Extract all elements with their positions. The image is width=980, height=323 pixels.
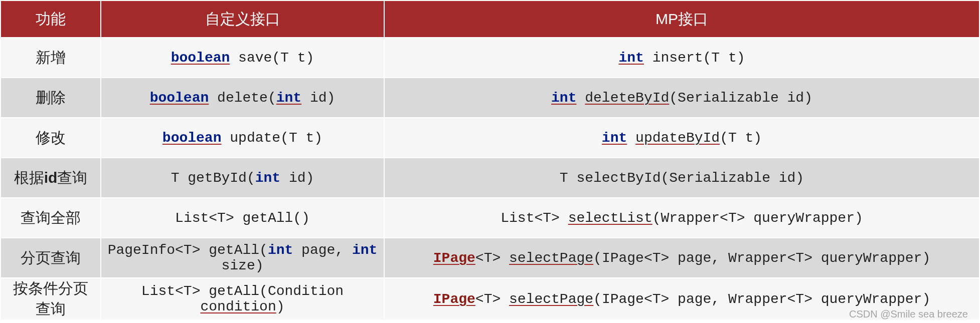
cell-mp-api: T selectById(Serializable id) bbox=[384, 158, 979, 198]
cell-custom-api: List<T> getAll(Condition condition) bbox=[101, 278, 384, 320]
cell-feature: 按条件分页查询 bbox=[1, 278, 101, 320]
cell-custom-api: boolean update(T t) bbox=[101, 118, 384, 158]
table-row: 修改boolean update(T t)int updateById(T t) bbox=[1, 118, 979, 158]
cell-feature: 查询全部 bbox=[1, 198, 101, 238]
cell-mp-api: IPage<T> selectPage(IPage<T> page, Wrapp… bbox=[384, 238, 979, 278]
cell-mp-api: List<T> selectList(Wrapper<T> queryWrapp… bbox=[384, 198, 979, 238]
table-row: 删除boolean delete(int id)int deleteById(S… bbox=[1, 78, 979, 118]
table-header: 功能 自定义接口 MP接口 bbox=[1, 1, 979, 38]
cell-feature: 根据id查询 bbox=[1, 158, 101, 198]
cell-custom-api: boolean delete(int id) bbox=[101, 78, 384, 118]
cell-custom-api: List<T> getAll() bbox=[101, 198, 384, 238]
header-feature: 功能 bbox=[1, 1, 101, 38]
cell-feature: 分页查询 bbox=[1, 238, 101, 278]
cell-custom-api: T getById(int id) bbox=[101, 158, 384, 198]
cell-custom-api: PageInfo<T> getAll(int page, int size) bbox=[101, 238, 384, 278]
cell-custom-api: boolean save(T t) bbox=[101, 38, 384, 78]
cell-feature: 新增 bbox=[1, 38, 101, 78]
comparison-table: 功能 自定义接口 MP接口 新增boolean save(T t)int ins… bbox=[0, 0, 980, 320]
cell-mp-api: int updateById(T t) bbox=[384, 118, 979, 158]
cell-mp-api: int deleteById(Serializable id) bbox=[384, 78, 979, 118]
table-row: 分页查询PageInfo<T> getAll(int page, int siz… bbox=[1, 238, 979, 278]
table-row: 根据id查询T getById(int id)T selectById(Seri… bbox=[1, 158, 979, 198]
cell-mp-api: int insert(T t) bbox=[384, 38, 979, 78]
table-row: 查询全部List<T> getAll()List<T> selectList(W… bbox=[1, 198, 979, 238]
table-row: 新增boolean save(T t)int insert(T t) bbox=[1, 38, 979, 78]
table-body: 新增boolean save(T t)int insert(T t)删除bool… bbox=[1, 38, 979, 320]
table-row: 按条件分页查询List<T> getAll(Condition conditio… bbox=[1, 278, 979, 320]
cell-mp-api: IPage<T> selectPage(IPage<T> page, Wrapp… bbox=[384, 278, 979, 320]
header-mp: MP接口 bbox=[384, 1, 979, 38]
header-custom: 自定义接口 bbox=[101, 1, 384, 38]
cell-feature: 修改 bbox=[1, 118, 101, 158]
cell-feature: 删除 bbox=[1, 78, 101, 118]
